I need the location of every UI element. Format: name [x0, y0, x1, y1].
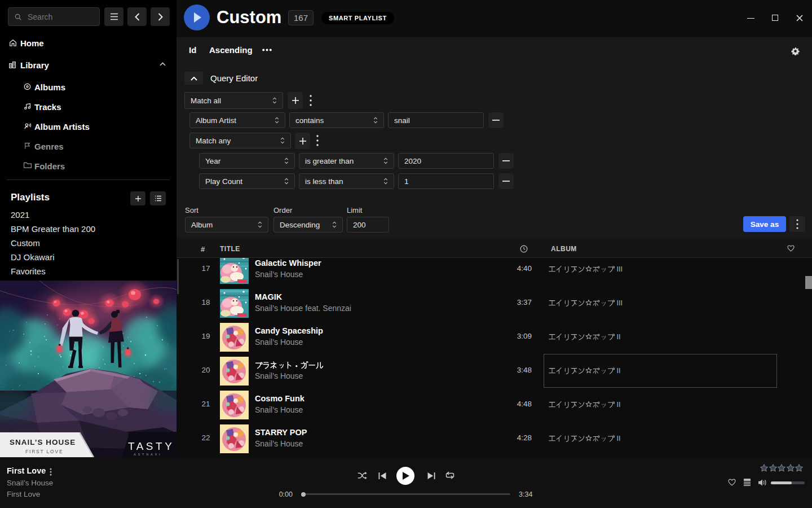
svg-text:TASTY: TASTY — [128, 440, 174, 452]
svg-text:II: II — [617, 435, 621, 443]
svg-text:ASTNAXI: ASTNAXI — [134, 453, 162, 456]
svg-text:SNAIL’S HOUSE: SNAIL’S HOUSE — [10, 438, 76, 446]
svg-text:FIRST LOVE: FIRST LOVE — [25, 449, 63, 454]
svg-text:III: III — [617, 265, 623, 273]
svg-text:II: II — [617, 401, 621, 409]
svg-text:III: III — [617, 299, 623, 307]
svg-text:II: II — [617, 333, 621, 341]
